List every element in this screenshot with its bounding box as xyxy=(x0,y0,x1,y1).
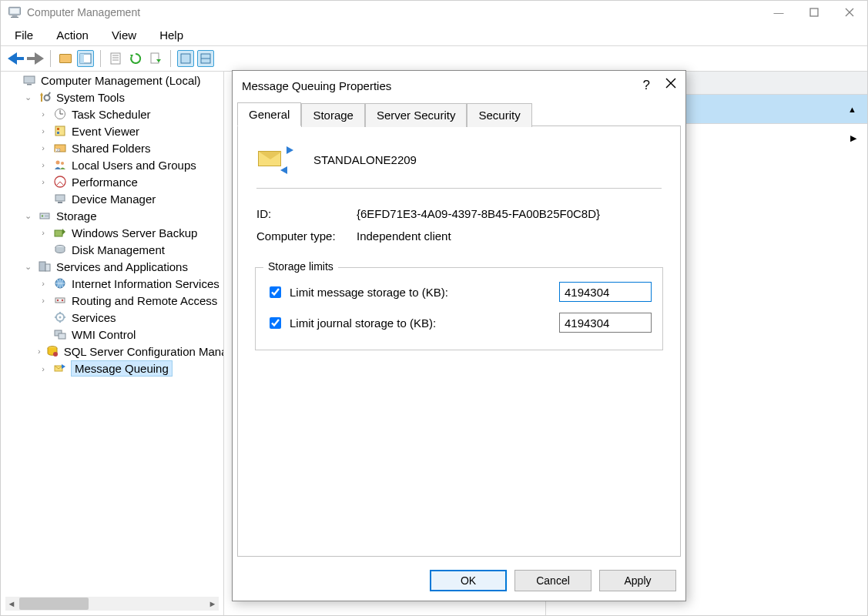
toolbar-button-b[interactable] xyxy=(197,50,214,67)
id-label: ID: xyxy=(256,207,357,220)
scroll-left-arrow[interactable]: ◄ xyxy=(5,598,18,610)
svg-rect-20 xyxy=(27,84,32,85)
window-titlebar: Computer Management xyxy=(1,1,867,24)
apply-button[interactable]: Apply xyxy=(599,570,676,591)
svg-rect-9 xyxy=(111,53,120,64)
tree-shared-folders[interactable]: ›22Shared Folders xyxy=(36,139,223,156)
limit-journal-storage-checkbox[interactable]: Limit journal storage to (KB): xyxy=(266,315,436,331)
tree-view[interactable]: Computer Management (Local) ⌄System Tool… xyxy=(1,72,224,615)
tree-performance[interactable]: ›Performance xyxy=(36,173,223,190)
toolbar-button-a[interactable] xyxy=(177,50,194,67)
limit-journal-storage-input[interactable] xyxy=(559,313,652,333)
svg-rect-4 xyxy=(810,8,818,16)
tab-server-security[interactable]: Server Security xyxy=(365,103,468,127)
svg-rect-19 xyxy=(24,76,35,83)
svg-rect-14 xyxy=(151,53,159,63)
svg-rect-42 xyxy=(45,215,49,217)
cancel-button[interactable]: Cancel xyxy=(514,570,592,591)
svg-point-49 xyxy=(57,300,59,301)
svg-point-22 xyxy=(45,95,50,101)
tree-iis[interactable]: ›Internet Information Services xyxy=(36,275,223,292)
tree-wmi-control[interactable]: WMI Control xyxy=(36,326,223,343)
app-icon xyxy=(7,5,22,20)
tree-disk-management[interactable]: Disk Management xyxy=(36,241,223,258)
tree-horizontal-scrollbar[interactable]: ◄ ► xyxy=(5,597,219,611)
tree-sql-server-config[interactable]: ›SQL Server Configuration Manager xyxy=(36,343,223,360)
tree-rras[interactable]: ›Routing and Remote Access xyxy=(36,292,223,309)
tree-storage[interactable]: ⌄Storage xyxy=(21,207,223,224)
close-button[interactable] xyxy=(832,1,867,24)
minimize-button[interactable]: — xyxy=(761,1,796,24)
menu-action[interactable]: Action xyxy=(53,27,92,43)
tree-task-scheduler[interactable]: ›Task Scheduler xyxy=(36,105,223,122)
toolbar-open-icon[interactable] xyxy=(57,50,74,67)
svg-rect-1 xyxy=(10,8,19,14)
tree-services-applications[interactable]: ⌄Services and Applications xyxy=(21,258,223,275)
svg-point-34 xyxy=(61,162,64,165)
svg-point-33 xyxy=(56,161,60,165)
svg-point-41 xyxy=(42,215,43,216)
storage-limits-group: Storage limits Limit message storage to … xyxy=(255,267,663,350)
menubar: File Action View Help xyxy=(1,24,867,45)
svg-rect-8 xyxy=(80,54,84,63)
toolbar-export-icon[interactable] xyxy=(147,50,164,67)
svg-point-50 xyxy=(62,300,63,301)
svg-rect-3 xyxy=(11,17,18,18)
tree-device-manager[interactable]: Device Manager xyxy=(36,190,223,207)
computer-type-label: Computer type: xyxy=(256,229,357,243)
msmq-icon xyxy=(258,148,292,171)
storage-limits-legend: Storage limits xyxy=(263,260,338,273)
menu-view[interactable]: View xyxy=(109,27,139,43)
svg-rect-38 xyxy=(55,195,65,201)
tab-general[interactable]: General xyxy=(237,102,301,126)
svg-rect-46 xyxy=(45,264,50,271)
tree-services[interactable]: Services xyxy=(36,309,223,326)
collapse-arrow-icon: ▲ xyxy=(848,105,856,114)
dialog-title: Message Queuing Properties xyxy=(242,79,391,92)
tree-windows-server-backup[interactable]: ›Windows Server Backup xyxy=(36,224,223,241)
svg-rect-29 xyxy=(57,132,59,134)
svg-rect-16 xyxy=(181,54,190,63)
toolbar-refresh-icon[interactable] xyxy=(127,50,144,67)
tree-event-viewer[interactable]: ›Event Viewer xyxy=(36,122,223,139)
menu-file[interactable]: File xyxy=(12,27,36,43)
svg-rect-39 xyxy=(58,202,62,203)
svg-rect-28 xyxy=(57,128,59,130)
dialog-help-button[interactable]: ? xyxy=(643,78,650,93)
svg-rect-21 xyxy=(41,95,42,102)
svg-rect-45 xyxy=(39,262,45,271)
tab-security[interactable]: Security xyxy=(467,103,531,127)
svg-line-36 xyxy=(57,182,60,185)
scroll-thumb[interactable] xyxy=(19,598,89,610)
window-title: Computer Management xyxy=(27,6,140,18)
svg-rect-2 xyxy=(12,15,18,17)
tree-local-users-groups[interactable]: ›Local Users and Groups xyxy=(36,156,223,173)
svg-rect-27 xyxy=(55,126,65,136)
svg-line-37 xyxy=(60,182,63,185)
submenu-arrow-icon: ▶ xyxy=(850,133,856,143)
limit-message-storage-checkbox-input[interactable] xyxy=(270,286,281,298)
maximize-button[interactable] xyxy=(796,1,832,24)
tree-root[interactable]: Computer Management (Local) xyxy=(5,72,223,89)
limit-journal-storage-checkbox-input[interactable] xyxy=(270,317,281,329)
ok-button[interactable]: OK xyxy=(430,570,507,591)
svg-rect-43 xyxy=(55,230,62,236)
toolbar xyxy=(1,45,867,72)
svg-rect-58 xyxy=(59,333,65,339)
svg-point-52 xyxy=(59,316,62,319)
tree-system-tools[interactable]: ⌄System Tools xyxy=(21,89,223,105)
computer-name-label: STANDALONE2209 xyxy=(313,153,417,166)
limit-message-storage-input[interactable] xyxy=(559,282,652,302)
limit-message-storage-checkbox[interactable]: Limit message storage to (KB): xyxy=(266,284,448,300)
scroll-right-arrow[interactable]: ► xyxy=(206,598,219,610)
toolbar-show-hide-console-tree[interactable] xyxy=(77,50,94,67)
nav-forward-button xyxy=(27,50,44,67)
svg-point-60 xyxy=(53,352,58,357)
dialog-close-button[interactable] xyxy=(665,77,676,92)
nav-back-button[interactable] xyxy=(7,50,24,67)
tree-msmq[interactable]: ›Message Queuing xyxy=(36,360,223,377)
toolbar-properties-icon[interactable] xyxy=(107,50,124,67)
tab-storage[interactable]: Storage xyxy=(301,103,365,127)
menu-help[interactable]: Help xyxy=(156,27,186,43)
properties-dialog: Message Queuing Properties ? General Sto… xyxy=(232,70,686,601)
